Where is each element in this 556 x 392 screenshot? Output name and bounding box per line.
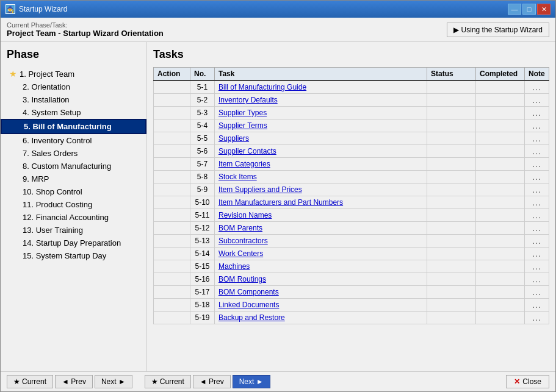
phase-item-3[interactable]: 3. Installation: [1, 93, 146, 106]
task-note[interactable]: ...: [525, 299, 549, 312]
right-current-button[interactable]: ★ Current: [145, 375, 191, 388]
task-link[interactable]: Item Suppliers and Prices: [215, 184, 427, 196]
task-link[interactable]: Backup and Restore: [215, 312, 427, 324]
tasks-title: Tasks: [153, 48, 549, 61]
task-status: [427, 209, 476, 222]
task-link[interactable]: Item Categories: [215, 158, 427, 171]
task-note[interactable]: ...: [525, 312, 549, 324]
task-note[interactable]: ...: [525, 158, 549, 171]
task-link[interactable]: Item Manufacturers and Part Numbers: [215, 196, 427, 209]
phase-item-10[interactable]: 10. Shop Control: [1, 185, 146, 198]
task-note[interactable]: ...: [525, 80, 549, 94]
phase-label: 5. Bill of Manufacturing: [24, 122, 112, 131]
phase-item-11[interactable]: 11. Product Costing: [1, 198, 146, 211]
table-row: 5-10Item Manufacturers and Part Numbers.…: [154, 196, 549, 209]
task-note[interactable]: ...: [525, 94, 549, 107]
phase-item-8[interactable]: 8. Custom Manufacturing: [1, 160, 146, 173]
task-note[interactable]: ...: [525, 145, 549, 158]
task-link[interactable]: Supplier Terms: [215, 119, 427, 132]
task-action-cell: [154, 248, 190, 260]
table-row: 5-5Suppliers...: [154, 132, 549, 145]
task-link[interactable]: Supplier Contacts: [215, 145, 427, 158]
toolbar-area: Current Phase/Task: Project Team - Start…: [1, 18, 555, 42]
task-number: 5-15: [190, 260, 215, 273]
task-note[interactable]: ...: [525, 132, 549, 145]
task-note[interactable]: ...: [525, 286, 549, 299]
task-status: [427, 222, 476, 235]
phase-item-5[interactable]: 5. Bill of Manufacturing: [1, 119, 146, 134]
note-dots-icon: ...: [532, 198, 541, 207]
task-note[interactable]: ...: [525, 196, 549, 209]
phase-item-1[interactable]: ★1. Project Team: [1, 67, 146, 80]
phase-item-13[interactable]: 13. User Training: [1, 224, 146, 237]
task-note[interactable]: ...: [525, 248, 549, 260]
task-link[interactable]: BOM Parents: [215, 222, 427, 235]
phase-item-15[interactable]: 15. System Startup Day: [1, 249, 146, 262]
task-status: [427, 286, 476, 299]
task-action-cell: [154, 209, 190, 222]
title-bar-left: 🧙 Startup Wizard: [5, 4, 67, 14]
task-number: 5-5: [190, 132, 215, 145]
phase-label: 1. Project Team: [20, 69, 74, 79]
phase-title: Phase: [1, 48, 146, 67]
star-icon: ★: [9, 69, 17, 79]
task-note[interactable]: ...: [525, 222, 549, 235]
tasks-table: ActionNo.TaskStatusCompletedNote 5-1Bill…: [153, 67, 549, 324]
phase-item-12[interactable]: 12. Financial Accounting: [1, 211, 146, 224]
task-link[interactable]: BOM Components: [215, 286, 427, 299]
task-link[interactable]: Bill of Manufacturing Guide: [215, 80, 427, 94]
task-action-cell: [154, 107, 190, 119]
note-dots-icon: ...: [532, 134, 541, 143]
window-controls: — □ ✕: [508, 4, 551, 15]
phase-label: 10. Shop Control: [23, 187, 82, 196]
phase-item-7[interactable]: 7. Sales Orders: [1, 147, 146, 160]
phase-item-9[interactable]: 9. MRP: [1, 173, 146, 185]
window-close-button[interactable]: ✕: [537, 4, 551, 15]
task-note[interactable]: ...: [525, 273, 549, 286]
task-link[interactable]: Inventory Defaults: [215, 94, 427, 107]
task-link[interactable]: Work Centers: [215, 248, 427, 260]
phase-item-4[interactable]: 4. System Setup: [1, 106, 146, 119]
phase-label: 8. Custom Manufacturing: [23, 162, 111, 171]
task-link[interactable]: Stock Items: [215, 171, 427, 184]
right-prev-button[interactable]: ◄ Prev: [193, 375, 231, 388]
task-note[interactable]: ...: [525, 119, 549, 132]
task-completed: [476, 158, 525, 171]
task-action-cell: [154, 222, 190, 235]
minimize-button[interactable]: —: [508, 4, 521, 15]
main-content: Phase ★1. Project Team2. Orientation3. I…: [1, 42, 555, 371]
task-status: [427, 184, 476, 196]
task-link[interactable]: Linked Documents: [215, 299, 427, 312]
task-status: [427, 145, 476, 158]
task-link[interactable]: BOM Routings: [215, 273, 427, 286]
task-note[interactable]: ...: [525, 107, 549, 119]
left-prev-button[interactable]: ◄ Prev: [55, 375, 93, 388]
task-link[interactable]: Revision Names: [215, 209, 427, 222]
task-link[interactable]: Machines: [215, 260, 427, 273]
note-dots-icon: ...: [532, 185, 541, 194]
phase-item-14[interactable]: 14. Startup Day Preparation: [1, 237, 146, 249]
task-note[interactable]: ...: [525, 235, 549, 248]
right-next-label: Next ►: [239, 377, 264, 386]
task-note[interactable]: ...: [525, 184, 549, 196]
task-link[interactable]: Subcontractors: [215, 235, 427, 248]
task-note[interactable]: ...: [525, 171, 549, 184]
task-link[interactable]: Supplier Types: [215, 107, 427, 119]
task-action-cell: [154, 132, 190, 145]
task-note[interactable]: ...: [525, 260, 549, 273]
task-status: [427, 196, 476, 209]
left-next-button[interactable]: Next ►: [95, 375, 132, 388]
task-note[interactable]: ...: [525, 209, 549, 222]
phase-item-2[interactable]: 2. Orientation: [1, 80, 146, 93]
task-link[interactable]: Suppliers: [215, 132, 427, 145]
left-nav-group: ★ Current ◄ Prev Next ►: [7, 375, 132, 388]
close-button[interactable]: ✕ Close: [506, 375, 549, 388]
right-next-button[interactable]: Next ►: [233, 375, 270, 388]
left-current-button[interactable]: ★ Current: [7, 375, 53, 388]
task-action-cell: [154, 184, 190, 196]
table-row: 5-12BOM Parents...: [154, 222, 549, 235]
phase-item-6[interactable]: 6. Inventory Control: [1, 134, 146, 147]
help-button[interactable]: ▶ Using the Startup Wizard: [447, 23, 549, 37]
maximize-button[interactable]: □: [522, 4, 536, 15]
table-row: 5-16BOM Routings...: [154, 273, 549, 286]
